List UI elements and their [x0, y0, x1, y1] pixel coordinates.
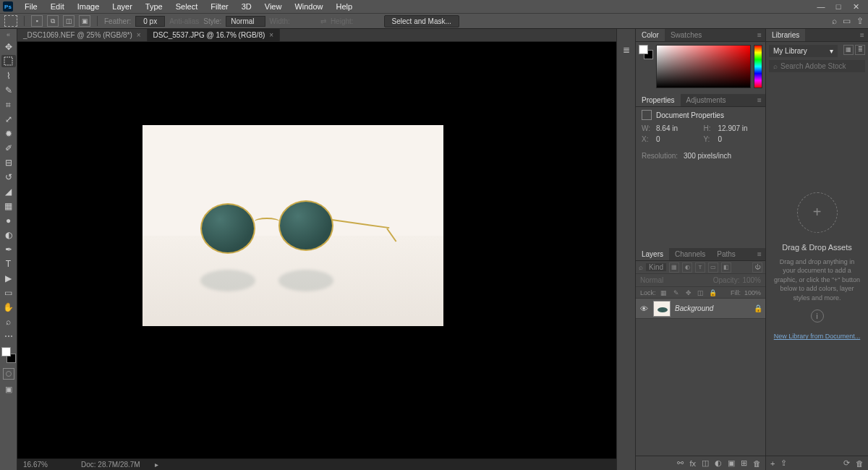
healing-brush-tool[interactable]: ✹ — [1, 127, 16, 140]
shape-tool[interactable]: ▭ — [1, 286, 16, 299]
window-maximize[interactable]: □ — [833, 2, 843, 12]
clone-stamp-tool[interactable]: ⊟ — [1, 156, 16, 168]
marquee-tool[interactable] — [1, 55, 16, 67]
quick-select-tool[interactable]: ✎ — [1, 84, 16, 96]
document-tab[interactable]: _DSC1069.NEF @ 25% (RGB/8*)× — [17, 29, 148, 41]
new-library-link[interactable]: New Library from Document... — [774, 333, 861, 340]
tab-libraries[interactable]: Libraries — [766, 29, 805, 41]
layer-group-icon[interactable]: ▣ — [728, 458, 735, 468]
screen-mode-toggle[interactable]: ▣ — [5, 385, 12, 394]
filter-adjust-icon[interactable]: ◐ — [682, 262, 692, 273]
tab-channels[interactable]: Channels — [669, 248, 711, 260]
panel-menu-icon[interactable]: ≡ — [754, 29, 765, 41]
document-tab[interactable]: DSC_5537.JPG @ 16.7% (RGB/8)× — [148, 29, 281, 41]
close-tab-icon[interactable]: × — [137, 31, 141, 39]
delete-layer-icon[interactable]: 🗑 — [753, 459, 761, 468]
menu-help[interactable]: Help — [331, 1, 359, 12]
adjustment-layer-icon[interactable]: ◐ — [715, 458, 722, 468]
window-minimize[interactable]: — — [816, 2, 826, 12]
close-tab-icon[interactable]: × — [269, 31, 273, 39]
tab-swatches[interactable]: Swatches — [665, 29, 707, 41]
library-list-view-icon[interactable]: ≣ — [855, 45, 865, 55]
layer-mask-icon[interactable]: ◫ — [702, 458, 709, 468]
share-icon[interactable]: ⇪ — [856, 16, 864, 26]
link-layers-icon[interactable]: ⚯ — [677, 458, 684, 468]
lock-position-icon[interactable]: ✥ — [684, 289, 693, 297]
library-sync-icon[interactable]: ⟳ — [843, 458, 850, 468]
style-dropdown[interactable]: Normal — [226, 16, 265, 27]
tab-properties[interactable]: Properties — [636, 94, 681, 106]
filter-kind-dropdown[interactable]: Kind — [646, 263, 666, 271]
blend-mode-dropdown[interactable]: Normal — [640, 276, 663, 284]
tab-paths[interactable]: Paths — [711, 248, 741, 260]
path-select-tool[interactable]: ▶ — [1, 272, 16, 284]
canvas[interactable] — [142, 125, 443, 326]
lock-artboard-icon[interactable]: ◫ — [697, 289, 705, 297]
hand-tool[interactable]: ✋ — [1, 301, 16, 313]
doc-size[interactable]: Doc: 28.7M/28.7M — [81, 461, 140, 469]
canvas-viewport[interactable] — [17, 42, 616, 458]
menu-type[interactable]: Type — [140, 1, 169, 12]
filter-pixel-icon[interactable]: ▦ — [669, 262, 679, 273]
menu-edit[interactable]: Edit — [45, 1, 70, 12]
select-and-mask-button[interactable]: Select and Mask... — [384, 15, 459, 27]
lock-transparent-icon[interactable]: ▦ — [660, 289, 668, 297]
color-fgbg-swatch[interactable] — [639, 45, 653, 59]
library-upload-icon[interactable]: ⇪ — [780, 458, 787, 468]
tab-layers[interactable]: Layers — [636, 248, 669, 260]
library-grid-view-icon[interactable]: ▦ — [843, 45, 854, 55]
foreground-background-colors[interactable] — [1, 347, 16, 363]
status-chevron-icon[interactable]: ▸ — [155, 461, 158, 469]
opacity-value[interactable]: 100% — [742, 276, 761, 284]
current-tool-icon[interactable] — [4, 15, 17, 27]
history-brush-tool[interactable]: ↺ — [1, 171, 16, 183]
pen-tool[interactable]: ✒ — [1, 243, 16, 255]
menu-layer[interactable]: Layer — [106, 1, 138, 12]
lock-pixels-icon[interactable]: ✎ — [672, 289, 681, 297]
layer-name[interactable]: Background — [675, 304, 749, 312]
layer-fx-icon[interactable]: fx — [689, 459, 696, 468]
filter-toggle[interactable]: ⏻ — [752, 262, 762, 273]
gradient-tool[interactable]: ▦ — [1, 200, 16, 212]
workspace-icon[interactable]: ▭ — [843, 16, 851, 26]
new-layer-icon[interactable]: ⊞ — [741, 458, 747, 468]
filter-shape-icon[interactable]: ▭ — [708, 262, 718, 273]
search-icon[interactable]: ⌕ — [832, 16, 837, 26]
filter-kind-icon[interactable]: ⌕ — [639, 263, 643, 271]
panel-menu-icon[interactable]: ≡ — [754, 94, 765, 106]
lock-all-icon[interactable]: 🔒 — [709, 289, 718, 297]
panel-menu-icon[interactable]: ≡ — [754, 248, 765, 260]
layer-visibility-icon[interactable]: 👁 — [639, 304, 649, 313]
eraser-tool[interactable]: ◢ — [1, 185, 16, 197]
selection-intersect-icon[interactable]: ▣ — [79, 15, 90, 27]
feather-input[interactable]: 0 px — [135, 16, 165, 27]
zoom-tool[interactable]: ⌕ — [1, 315, 16, 328]
window-close[interactable]: ✕ — [851, 2, 861, 12]
move-tool[interactable]: ✥ — [1, 40, 16, 53]
selection-new-icon[interactable]: ▪ — [31, 15, 43, 27]
color-field[interactable] — [656, 45, 751, 88]
hue-slider[interactable] — [754, 45, 762, 88]
history-panel-icon[interactable]: ≣ — [620, 43, 633, 56]
blur-tool[interactable]: ● — [1, 214, 16, 226]
crop-tool[interactable]: ⌗ — [1, 98, 16, 111]
layer-thumbnail[interactable] — [653, 301, 671, 317]
edit-toolbar[interactable]: ⋯ — [1, 330, 16, 342]
quick-mask-toggle[interactable] — [3, 368, 14, 380]
panel-menu-icon[interactable]: ≡ — [856, 29, 868, 41]
selection-add-icon[interactable]: ⧉ — [47, 15, 59, 27]
filter-smart-icon[interactable]: ◧ — [721, 262, 731, 273]
menu-select[interactable]: Select — [170, 1, 204, 12]
zoom-level[interactable]: 16.67% — [23, 461, 67, 469]
toolbar-collapse-icon[interactable]: « — [7, 31, 10, 38]
selection-subtract-icon[interactable]: ◫ — [63, 15, 75, 27]
library-dropdown[interactable]: My Library▾ — [769, 45, 838, 57]
lasso-tool[interactable]: ⌇ — [1, 69, 16, 82]
menu-filter[interactable]: Filter — [205, 1, 234, 12]
menu-view[interactable]: View — [259, 1, 288, 12]
library-add-icon[interactable]: + — [770, 459, 775, 468]
brush-tool[interactable]: ✐ — [1, 142, 16, 154]
info-icon[interactable]: i — [811, 309, 824, 322]
menu-file[interactable]: File — [19, 1, 43, 12]
library-delete-icon[interactable]: 🗑 — [856, 459, 864, 468]
